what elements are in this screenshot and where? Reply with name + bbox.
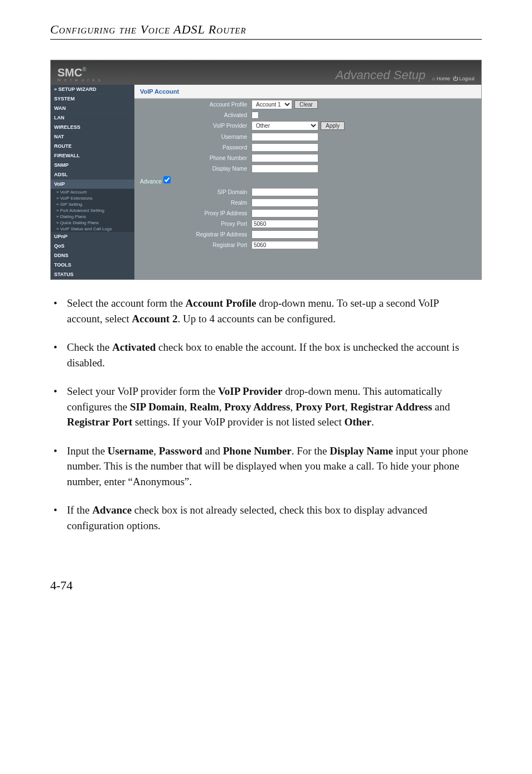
nav-ddns[interactable]: DDNS [51, 251, 134, 260]
proxy-port-input[interactable] [252, 220, 318, 228]
clear-button[interactable]: Clear [294, 100, 318, 109]
nav-dialing-plans[interactable]: » Dialing Plans [51, 214, 134, 220]
text-bold: Activated [112, 341, 156, 353]
bullet-1: Select the account form the Account Prof… [67, 296, 476, 326]
logout-icon[interactable]: ⏻ [453, 76, 460, 81]
nav-route[interactable]: ROUTE [51, 142, 134, 151]
nav-snmp[interactable]: SNMP [51, 161, 134, 170]
text-bold: Proxy Port [296, 401, 345, 413]
text-bold: SIP Domain [130, 401, 185, 413]
text: . Up to 4 accounts can be configured. [177, 313, 335, 325]
text-bold: Username [108, 445, 153, 457]
nav-setup-wizard[interactable]: » SETUP WIZARD [51, 85, 134, 94]
text-bold: Account Profile [186, 297, 257, 309]
row-proxy-port: Proxy Port [134, 219, 481, 229]
main-panel: VoIP Account Account Profile Account 1 C… [134, 85, 481, 279]
row-proxy-ip: Proxy IP Address [134, 208, 481, 219]
username-input[interactable] [252, 133, 318, 141]
nav-nat[interactable]: NAT [51, 132, 134, 142]
row-account-profile: Account Profile Account 1 Clear [134, 99, 481, 110]
label-registrar-port: Registrar Port [134, 242, 252, 248]
row-registrar-ip: Registrar IP Address [134, 229, 481, 240]
row-sip-domain: SIP Domain [134, 187, 481, 197]
apply-button[interactable]: Apply [321, 122, 345, 130]
label-sip-domain: SIP Domain [134, 189, 252, 195]
advance-checkbox[interactable] [163, 176, 171, 183]
text: , [219, 401, 225, 413]
text-bold: Realm [190, 401, 219, 413]
screenshot-body: » SETUP WIZARD SYSTEM WAN LAN WIRELESS N… [51, 85, 481, 279]
label-advance: Advance [140, 178, 162, 185]
label-password: Password [134, 144, 252, 151]
bullet-4: Input the Username, Password and Phone N… [67, 443, 476, 490]
smc-logo: SMC® N e t w o r k s [57, 67, 101, 83]
nav-firewall[interactable]: FIREWALL [51, 151, 134, 161]
nav-quick-dialing[interactable]: » Quick Dialing Plans [51, 220, 134, 226]
nav-status[interactable]: STATUS [51, 270, 134, 279]
page-number: 4-74 [50, 578, 482, 593]
sip-domain-input[interactable] [252, 188, 318, 196]
label-registrar-ip: Registrar IP Address [134, 231, 252, 238]
nav-voip[interactable]: VoIP [51, 180, 134, 189]
row-username: Username [134, 132, 481, 142]
text: and [432, 401, 450, 413]
nav-lan[interactable]: LAN [51, 113, 134, 123]
realm-input[interactable] [252, 199, 318, 207]
label-proxy-port: Proxy Port [134, 221, 252, 227]
nav-voip-ext[interactable]: » VoIP Extensions [51, 195, 134, 201]
voip-provider-select[interactable]: Other [252, 121, 318, 130]
nav-adsl[interactable]: ADSL [51, 170, 134, 180]
text-bold: VoIP Provider [218, 385, 283, 397]
row-phone-number: Phone Number [134, 153, 481, 163]
text: Input the [67, 445, 108, 457]
registrar-ip-input[interactable] [252, 230, 318, 239]
activated-checkbox[interactable] [252, 112, 259, 119]
nav-qos[interactable]: QoS [51, 241, 134, 251]
text: , [345, 401, 351, 413]
text-bold: Registrar Port [67, 416, 132, 428]
instruction-list: Select the account form the Account Prof… [50, 296, 482, 534]
text: and [202, 445, 223, 457]
logo-subtext: N e t w o r k s [57, 78, 101, 83]
registrar-port-input[interactable] [252, 241, 318, 249]
nav-wireless[interactable]: WIRELESS [51, 123, 134, 132]
home-link[interactable]: Home [437, 76, 450, 81]
label-voip-provider: VoIP Provider [134, 123, 252, 129]
reg-mark: ® [82, 66, 86, 72]
nav-port-adv[interactable]: » Port Advanced Setting [51, 207, 134, 214]
account-profile-select[interactable]: Account 1 [252, 100, 292, 109]
nav-tools[interactable]: TOOLS [51, 260, 134, 270]
text: settings. If your VoIP provider is not l… [132, 416, 344, 428]
bullet-5: If the Advance check box is not already … [67, 502, 476, 533]
row-advance: Advance [134, 174, 481, 187]
nav-voip-account[interactable]: » VoIP Account [51, 189, 134, 195]
header-links: ⌂ Home ⏻ Logout [432, 76, 475, 81]
logo-text: SMC [57, 66, 82, 79]
logout-link[interactable]: Logout [459, 76, 475, 81]
row-password: Password [134, 142, 481, 153]
text-bold: Phone Number [223, 445, 292, 457]
row-registrar-port: Registrar Port [134, 240, 481, 250]
proxy-ip-input[interactable] [252, 209, 318, 217]
nav-wan[interactable]: WAN [51, 104, 134, 113]
label-display-name: Display Name [134, 166, 252, 172]
text-bold: Password [159, 445, 202, 457]
text-bold: Other [344, 416, 371, 428]
nav-upnp[interactable]: UPnP [51, 232, 134, 241]
label-phone-number: Phone Number [134, 155, 252, 161]
home-icon[interactable]: ⌂ [432, 76, 437, 81]
brand-right-text: Advanced Setup [336, 68, 425, 83]
text-bold: Proxy Address [224, 401, 290, 413]
display-name-input[interactable] [252, 165, 318, 173]
text-bold: Advance [92, 504, 132, 516]
text: Check the [67, 341, 112, 353]
nav-system[interactable]: SYSTEM [51, 94, 134, 104]
nav-voip-status[interactable]: » VoIP Status and Call Logs [51, 226, 134, 232]
row-voip-provider: VoIP Provider Other Apply [134, 120, 481, 132]
text: Select your VoIP provider form the [67, 385, 218, 397]
text-bold: Registrar Address [350, 401, 432, 413]
phone-number-input[interactable] [252, 154, 318, 162]
nav-sip-setting[interactable]: » SIP Setting [51, 201, 134, 207]
password-input[interactable] [252, 143, 318, 152]
text-bold: Account 2 [132, 313, 178, 325]
